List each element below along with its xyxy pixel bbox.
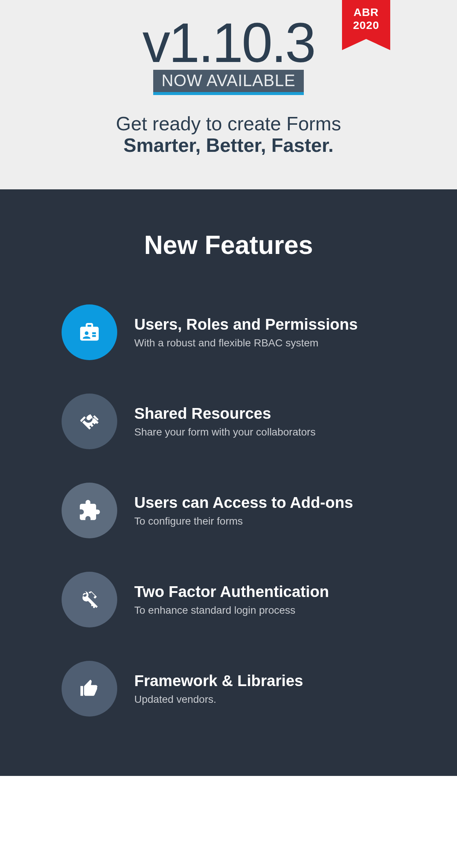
feature-title: Shared Resources	[134, 405, 316, 422]
feature-text: Users, Roles and Permissions With a robu…	[134, 316, 358, 349]
feature-desc: To enhance standard login process	[134, 604, 329, 616]
id-badge-icon	[62, 304, 117, 360]
tagline-line-1: Get ready to create Forms	[0, 113, 457, 134]
feature-item: Users, Roles and Permissions With a robu…	[62, 304, 395, 360]
features-heading: New Features	[0, 230, 457, 260]
feature-title: Two Factor Authentication	[134, 583, 329, 601]
handshake-icon	[62, 394, 117, 449]
feature-text: Shared Resources Share your form with yo…	[134, 405, 316, 438]
hero-section: ABR 2020 v1.10.3 NOW AVAILABLE Get ready…	[0, 0, 457, 189]
feature-list: Users, Roles and Permissions With a robu…	[62, 304, 395, 717]
features-section: New Features Users, Roles and Permission…	[0, 189, 457, 776]
feature-title: Framework & Libraries	[134, 672, 303, 690]
feature-title: Users, Roles and Permissions	[134, 316, 358, 333]
feature-desc: Share your form with your collaborators	[134, 426, 316, 438]
feature-item: Shared Resources Share your form with yo…	[62, 394, 395, 449]
puzzle-icon	[62, 483, 117, 538]
feature-desc: To configure their forms	[134, 515, 353, 527]
ribbon-year: 2020	[342, 19, 390, 32]
key-icon	[62, 572, 117, 627]
tagline: Get ready to create Forms Smarter, Bette…	[0, 113, 457, 156]
feature-text: Framework & Libraries Updated vendors.	[134, 672, 303, 705]
feature-desc: With a robust and flexible RBAC system	[134, 337, 358, 349]
date-ribbon: ABR 2020	[342, 0, 390, 39]
availability-badge: NOW AVAILABLE	[153, 70, 303, 92]
thumbs-up-icon	[62, 661, 117, 717]
ribbon-month: ABR	[342, 6, 390, 19]
availability-badge-wrap: NOW AVAILABLE	[153, 70, 303, 95]
feature-text: Two Factor Authentication To enhance sta…	[134, 583, 329, 616]
feature-item: Framework & Libraries Updated vendors.	[62, 661, 395, 717]
feature-item: Users can Access to Add-ons To configure…	[62, 483, 395, 538]
feature-text: Users can Access to Add-ons To configure…	[134, 494, 353, 527]
feature-title: Users can Access to Add-ons	[134, 494, 353, 512]
feature-desc: Updated vendors.	[134, 694, 303, 705]
feature-item: Two Factor Authentication To enhance sta…	[62, 572, 395, 627]
tagline-line-2: Smarter, Better, Faster.	[0, 134, 457, 156]
